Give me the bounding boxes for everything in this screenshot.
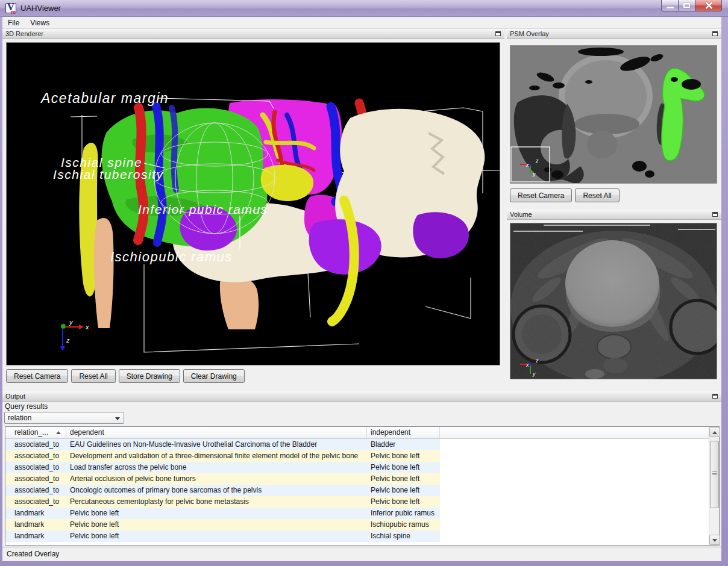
column-header-relation[interactable]: relation_... — [5, 427, 66, 438]
3d-renderer-toolbar: Reset Camera Reset All Store Drawing Cle… — [6, 369, 245, 383]
reset-camera-button[interactable]: Reset Camera — [6, 369, 68, 383]
cell-relation: associated_to — [5, 485, 66, 496]
table-row[interactable]: associated_to EAU Guidelines on Non-Musc… — [5, 439, 440, 450]
maximize-icon — [683, 3, 690, 8]
volume-mri-image: x z y — [510, 223, 717, 379]
cell-independent: Pelvic bone left — [367, 485, 440, 496]
close-icon — [705, 2, 712, 9]
table-row[interactable]: associated_to Percutaneous cementoplasty… — [5, 496, 440, 508]
cell-dependent: Pelvic bone left — [66, 530, 367, 542]
column-label: dependent — [70, 428, 104, 437]
volume-viewport[interactable]: x z y — [510, 223, 717, 379]
table-row[interactable]: associated_to Oncologic outcomes of prim… — [5, 485, 440, 496]
column-label: independent — [371, 428, 410, 437]
minimize-button[interactable] — [661, 0, 679, 11]
axis-x-label: x — [526, 162, 529, 168]
logo-letter-m: m — [11, 9, 16, 15]
cell-dependent: Load transfer across the pelvic bone — [66, 462, 367, 473]
scrollbar-thumb[interactable] — [710, 441, 719, 508]
cell-independent: Ischiopubic ramus — [367, 519, 440, 530]
float-panel-icon[interactable] — [712, 31, 718, 36]
panel-header-volume: Volume — [507, 210, 721, 220]
query-results-table: relation_... dependent independent assoc… — [5, 426, 720, 546]
cell-relation: associated_to — [5, 439, 66, 450]
annotation-ischial-tuberosity: Ischial tuberosity — [53, 167, 163, 181]
window-controls — [661, 0, 722, 11]
psm-overlay-image: x z y — [510, 46, 717, 183]
arrow-down-icon — [712, 539, 717, 542]
chevron-down-icon — [115, 417, 120, 420]
axis-z-label: z — [535, 358, 539, 364]
menu-bar: File Views — [2, 17, 721, 29]
column-header-independent[interactable]: independent — [367, 427, 440, 438]
title-bar[interactable]: V m UAHViewer — [0, 0, 728, 17]
arrow-up-icon — [712, 431, 717, 434]
reset-all-button[interactable]: Reset All — [575, 188, 619, 202]
table-header: relation_... dependent independent — [5, 427, 719, 439]
float-panel-icon[interactable] — [495, 31, 501, 36]
table-row[interactable]: landmark Pelvic bone left Ischiopubic ra… — [5, 519, 440, 530]
axis-z-label: z — [66, 337, 70, 344]
table-row[interactable]: associated_to Development and validation… — [5, 450, 440, 462]
app-window: V m UAHViewer File Views 3D Renderer PSM… — [0, 0, 728, 566]
status-text: Created Overlay — [7, 550, 59, 558]
minimize-icon — [667, 7, 674, 8]
reset-all-button[interactable]: Reset All — [71, 369, 115, 383]
cell-independent: Ischial spine — [367, 530, 440, 542]
app-logo-icon: V m — [5, 3, 16, 13]
table-row[interactable]: landmark Pelvic bone left Inferior pubic… — [5, 508, 440, 519]
cell-relation: associated_to — [5, 496, 66, 508]
3d-renderer-viewport[interactable]: Acetabular margin Ischial spine Ischial … — [6, 42, 500, 365]
cell-dependent: Arterial occlusion of pelvic bone tumors — [66, 473, 367, 485]
axis-x-label: x — [85, 323, 89, 331]
panel-title-3d: 3D Renderer — [5, 30, 43, 37]
clear-drawing-button[interactable]: Clear Drawing — [183, 369, 245, 383]
maximize-button[interactable] — [679, 0, 695, 11]
column-header-dependent[interactable]: dependent — [66, 427, 367, 438]
cell-dependent: Percutaneous cementoplasty for pelvic bo… — [66, 496, 367, 508]
table-body: associated_to EAU Guidelines on Non-Musc… — [5, 439, 440, 542]
cell-relation: associated_to — [5, 462, 66, 473]
3d-scene: Acetabular margin Ischial spine Ischial … — [7, 43, 500, 365]
psm-overlay-toolbar: Reset Camera Reset All — [510, 188, 620, 202]
cell-relation: landmark — [5, 508, 66, 519]
reset-camera-button[interactable]: Reset Camera — [510, 188, 572, 202]
panel-title-volume: Volume — [510, 211, 532, 218]
cell-relation: associated_to — [5, 473, 66, 485]
dropdown-selected-value: relation — [8, 414, 31, 422]
query-type-dropdown[interactable]: relation — [4, 412, 124, 424]
cell-relation: landmark — [5, 519, 66, 530]
column-label: relation_... — [14, 428, 48, 437]
column-header-filler — [440, 427, 719, 438]
psm-overlay-viewport[interactable]: x z y — [510, 45, 717, 184]
scroll-down-button[interactable] — [709, 535, 720, 545]
cell-independent: Bladder — [367, 439, 440, 450]
annotation-ischiopubic-ramus: Ischiopubic ramus — [110, 249, 233, 264]
panel-header-3d-renderer: 3D Renderer — [2, 29, 504, 39]
grip-icon — [712, 471, 717, 475]
float-panel-icon[interactable] — [712, 394, 718, 399]
axis-z-label: z — [535, 158, 539, 164]
table-row[interactable]: associated_to Arterial occlusion of pelv… — [5, 473, 440, 485]
menu-file[interactable]: File — [2, 17, 25, 28]
store-drawing-button[interactable]: Store Drawing — [119, 369, 180, 383]
panel-header-output: Output — [2, 391, 721, 402]
table-row[interactable]: landmark Pelvic bone left Ischial spine — [5, 530, 440, 542]
vertical-scrollbar[interactable] — [709, 427, 719, 545]
menu-views[interactable]: Views — [25, 17, 55, 28]
panel-header-psm-overlay: PSM Overlay — [507, 29, 721, 39]
cell-independent: Pelvic bone left — [367, 496, 440, 508]
scroll-up-button[interactable] — [709, 427, 720, 437]
panel-title-output: Output — [5, 393, 25, 400]
cell-dependent: Oncologic outcomes of primary bone sarco… — [66, 485, 367, 496]
status-bar: Created Overlay — [2, 547, 721, 561]
cell-relation: landmark — [5, 530, 66, 542]
float-panel-icon[interactable] — [712, 212, 718, 217]
table-row[interactable]: associated_to Load transfer across the p… — [5, 462, 440, 473]
cell-independent: Pelvic bone left — [367, 462, 440, 473]
close-button[interactable] — [695, 0, 722, 11]
annotation-inferior-pubic-ramus: Inferior pubic ramus — [138, 202, 268, 216]
query-results-label: Query results — [5, 402, 48, 411]
cell-independent: Inferior pubic ramus — [367, 508, 440, 519]
axis-y-label: y — [532, 371, 536, 377]
